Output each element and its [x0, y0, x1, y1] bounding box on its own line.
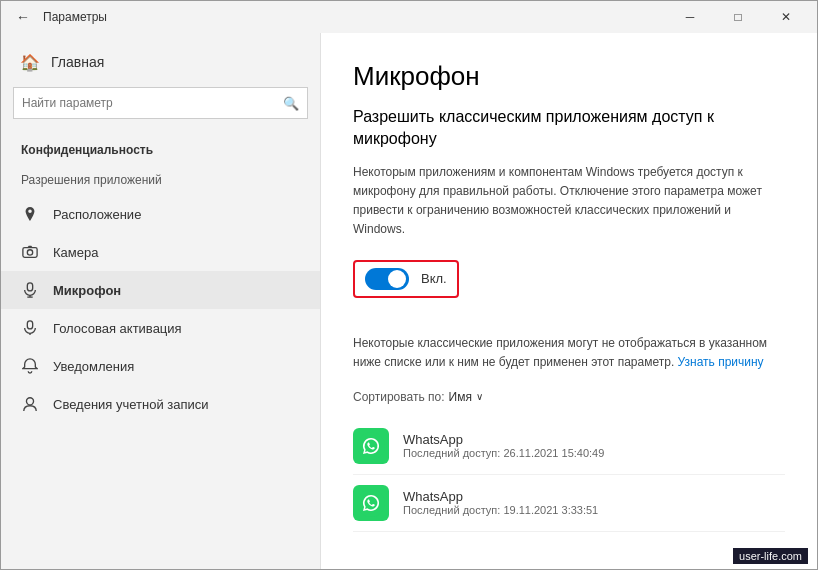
content-area: 🏠 Главная 🔍 Конфиденциальность Разрешени…: [1, 33, 817, 569]
camera-icon: [21, 243, 39, 261]
sidebar-item-camera[interactable]: Камера: [1, 233, 320, 271]
app-icon-whatsapp-2: [353, 485, 389, 521]
learn-link[interactable]: Узнать причину: [678, 355, 764, 369]
window-title: Параметры: [43, 10, 667, 24]
app-icon-whatsapp-1: [353, 428, 389, 464]
window-controls: ─ □ ✕: [667, 1, 809, 33]
account-icon: [21, 395, 39, 413]
microphone-label: Микрофон: [53, 283, 121, 298]
home-icon: 🏠: [21, 53, 39, 71]
sidebar-item-notifications[interactable]: Уведомления: [1, 347, 320, 385]
microphone-icon: [21, 281, 39, 299]
toggle-container: Вкл.: [353, 260, 459, 298]
main-content: Микрофон Разрешить классическим приложен…: [321, 33, 817, 569]
svg-point-8: [357, 432, 385, 460]
app-info-whatsapp-2: WhatsApp Последний доступ: 19.11.2021 3:…: [403, 489, 598, 516]
back-button[interactable]: ←: [9, 3, 37, 31]
sidebar-item-account[interactable]: Сведения учетной записи: [1, 385, 320, 423]
voice-icon: [21, 319, 39, 337]
sidebar-item-location[interactable]: Расположение: [1, 195, 320, 233]
search-icon: 🔍: [283, 96, 299, 111]
app-last-access: Последний доступ: 26.11.2021 15:40:49: [403, 447, 604, 459]
watermark: user-life.com: [733, 548, 808, 564]
app-info-whatsapp-1: WhatsApp Последний доступ: 26.11.2021 15…: [403, 432, 604, 459]
notifications-label: Уведомления: [53, 359, 134, 374]
list-item: WhatsApp Последний доступ: 19.11.2021 3:…: [353, 475, 785, 532]
close-button[interactable]: ✕: [763, 1, 809, 33]
titlebar: ← Параметры ─ □ ✕: [1, 1, 817, 33]
notifications-icon: [21, 357, 39, 375]
svg-point-7: [26, 398, 33, 405]
toggle-knob: [388, 270, 406, 288]
microphone-toggle[interactable]: [365, 268, 409, 290]
sidebar-item-microphone[interactable]: Микрофон: [1, 271, 320, 309]
minimize-button[interactable]: ─: [667, 1, 713, 33]
svg-point-1: [27, 250, 32, 255]
voice-label: Голосовая активация: [53, 321, 182, 336]
toggle-label: Вкл.: [421, 271, 447, 286]
svg-rect-2: [27, 283, 32, 291]
sort-row: Сортировать по: Имя ∨: [353, 390, 785, 404]
sort-value[interactable]: Имя: [449, 390, 472, 404]
app-name: WhatsApp: [403, 489, 598, 504]
sidebar-item-voice[interactable]: Голосовая активация: [1, 309, 320, 347]
search-input[interactable]: [22, 96, 279, 110]
home-label: Главная: [51, 54, 104, 70]
search-box[interactable]: 🔍: [13, 87, 308, 119]
section-subtitle: Разрешить классическим приложениям досту…: [353, 106, 785, 151]
app-last-access: Последний доступ: 19.11.2021 3:33:51: [403, 504, 598, 516]
account-label: Сведения учетной записи: [53, 397, 209, 412]
app-name: WhatsApp: [403, 432, 604, 447]
page-title: Микрофон: [353, 61, 785, 92]
sort-label: Сортировать по:: [353, 390, 445, 404]
svg-point-9: [357, 489, 385, 517]
svg-rect-0: [23, 248, 37, 258]
list-item: WhatsApp Последний доступ: 26.11.2021 15…: [353, 418, 785, 475]
maximize-button[interactable]: □: [715, 1, 761, 33]
main-description: Некоторым приложениям и компонентам Wind…: [353, 163, 785, 240]
sidebar-category-label: Разрешения приложений: [1, 165, 320, 195]
chevron-down-icon[interactable]: ∨: [476, 391, 483, 402]
camera-label: Камера: [53, 245, 98, 260]
location-icon: [21, 205, 39, 223]
sidebar-home-button[interactable]: 🏠 Главная: [1, 45, 320, 79]
app-list: WhatsApp Последний доступ: 26.11.2021 15…: [353, 418, 785, 532]
svg-rect-5: [27, 321, 32, 329]
location-label: Расположение: [53, 207, 141, 222]
info-text: Некоторые классические приложения могут …: [353, 334, 785, 372]
sidebar-section-title: Конфиденциальность: [1, 127, 320, 165]
sidebar: 🏠 Главная 🔍 Конфиденциальность Разрешени…: [1, 33, 321, 569]
